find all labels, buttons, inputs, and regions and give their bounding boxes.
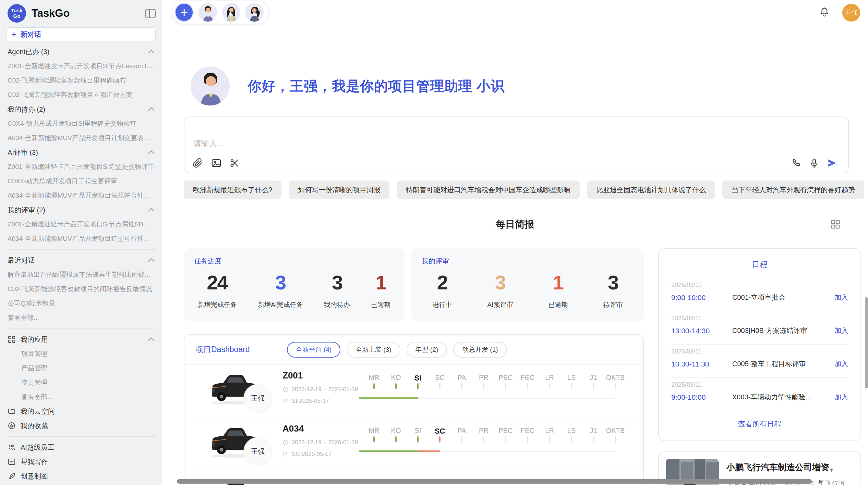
assistant-avatar-1[interactable] <box>198 3 217 22</box>
sidebar-collapse-icon[interactable] <box>145 9 156 18</box>
milestone-label: MR <box>363 427 385 436</box>
input-toolbar-right <box>791 158 837 168</box>
sidebar-task-item[interactable]: A034-全新新能源MUV产品开发项目计划变更表编写 <box>8 131 156 145</box>
sidebar-task-item[interactable]: A034-全新新能源MUV产品开发项目法规符合性评审 <box>8 188 156 203</box>
main-area: + 王强 你好，王强，我是你的项目管理助理 小识 请输入... <box>162 0 868 485</box>
send-icon[interactable] <box>827 158 837 168</box>
suggestion-chip[interactable]: 比亚迪全固态电池计划具体说了什么 <box>587 181 715 199</box>
stat: 3新增AI完成任务 <box>258 270 303 309</box>
sidebar-conversation[interactable]: 公司Q3轻卡销量 <box>8 296 156 311</box>
sidebar-app-item[interactable]: 产品管理 <box>8 361 156 375</box>
suggestion-chip[interactable]: 特朗普可能对进口汽车增税会对中国车企造成哪些影响 <box>397 181 580 199</box>
milestone-label: MR <box>363 374 385 383</box>
project-row-z001[interactable]: 王强 Z001 2023-12-19 ~ 2027-01-19 SI-2025-… <box>184 365 643 418</box>
scroll-down-arrow-icon[interactable]: ▼ <box>829 467 834 473</box>
stat-label: 待评审 <box>603 300 623 309</box>
image-icon[interactable] <box>211 158 221 168</box>
sidebar-item-my-apps[interactable]: 我的应用 <box>8 332 156 347</box>
sidebar-item-favorites[interactable]: 我的收藏 <box>8 419 156 433</box>
stat-value: 3 <box>487 270 513 295</box>
tab-powertrain[interactable]: 动总开发 (1) <box>453 342 507 358</box>
section-header-ai-review[interactable]: AI评审 (3) <box>8 145 156 160</box>
schedule-date: 2025/03/11 <box>671 315 848 322</box>
tab-all-new-body[interactable]: 全新上装 (3) <box>347 342 400 358</box>
join-link[interactable]: 加入 <box>834 293 848 302</box>
suggestion-chip[interactable]: 如何写一份清晰的项目周报 <box>289 181 389 199</box>
section-header-recent-chats[interactable]: 最近对话 <box>8 253 156 268</box>
milestone-label: LR <box>539 427 560 436</box>
sidebar-task-item[interactable]: C02-飞腾新能源轻客改款项目立项汇报方案 <box>8 88 156 102</box>
milestone-dot-done <box>395 383 397 390</box>
join-link[interactable]: 加入 <box>834 359 848 369</box>
greeting-text: 你好，王强，我是你的项目管理助理 小识 <box>248 77 505 96</box>
sidebar-task-item[interactable]: Z001-全新燃油皮卡产品开发项目SI节点Lesson Learn报告 <box>8 59 156 73</box>
join-link[interactable]: 加入 <box>834 393 848 402</box>
milestone-label: PR <box>473 374 495 383</box>
app-title: TaskGo <box>32 7 145 20</box>
milestone-label-current: SC <box>429 427 451 436</box>
sidebar-task-item[interactable]: C02-飞腾新能源轻客改款项目里程碑画布 <box>8 73 156 88</box>
sidebar-task-item[interactable]: C0X4-动力总成开发项目SI里程碑提交物检查 <box>8 116 156 131</box>
join-link[interactable]: 加入 <box>834 326 848 335</box>
sidebar-header: Task Go TaskGo <box>0 0 162 25</box>
scissors-icon[interactable] <box>230 158 240 168</box>
sidebar-conversation[interactable]: 解释最新出台的欧盟报废车法规再生塑料比例被调至15%... <box>8 268 156 282</box>
suggestion-chip[interactable]: 当下年轻人对汽车外观有怎样的喜好趋势 <box>722 181 864 199</box>
milestone-label: PEC <box>495 427 517 436</box>
notification-bell-icon[interactable] <box>819 7 830 18</box>
phone-icon[interactable] <box>791 158 801 168</box>
attachment-icon[interactable] <box>193 158 203 168</box>
logo-line2: Go <box>13 13 21 19</box>
assistant-avatar-2[interactable] <box>222 3 240 22</box>
sidebar-app-item[interactable]: 变更管理 <box>8 375 156 390</box>
sidebar-item-creative-draw[interactable]: 创意制图 <box>8 469 156 483</box>
view-all-schedules-link[interactable]: 查看所有日程 <box>671 419 848 429</box>
milestone-dot <box>461 436 462 443</box>
stat: 3待评审 <box>603 270 623 309</box>
section-header-my-review[interactable]: 我的评审 (2) <box>8 203 156 217</box>
sidebar-item-cloud-space[interactable]: 我的云空间 <box>8 404 156 419</box>
assistant-avatar-3[interactable] <box>245 3 264 22</box>
chevron-up-icon <box>148 258 154 264</box>
section-header-my-todo[interactable]: 我的待办 (2) <box>8 102 156 116</box>
sidebar-conversation[interactable]: C02-飞腾新能源轻客改款项目的闭环通告反馈情况 <box>8 282 156 296</box>
stat-label: 我的待办 <box>324 300 350 309</box>
sidebar-list: Agent已办 (3) Z001-全新燃油皮卡产品开发项目SI节点Lesson … <box>0 45 162 483</box>
milestone-label: KO <box>385 427 407 436</box>
section-title: 我的评审 (2) <box>8 206 45 215</box>
horizontal-scrollbar-thumb[interactable] <box>177 479 812 484</box>
sidebar-task-item[interactable]: Z001-全新燃油轻卡产品开发项目SI造型提交物评审 <box>8 160 156 174</box>
schedule-item: 2025/03/11 9:00-10:00 C001-立项审批会 加入 <box>671 278 848 311</box>
chat-input[interactable]: 请输入... <box>184 116 849 173</box>
schedule-card: 日程 2025/03/11 9:00-10:00 C001-立项审批会 加入 2… <box>658 248 861 441</box>
view-all-conversations[interactable]: 查看全部... <box>8 311 156 325</box>
milestone-dot-overdue <box>439 436 441 443</box>
creative-draw-label: 创意制图 <box>21 472 48 481</box>
milestone-label: FEC <box>517 374 539 383</box>
sidebar-item-ai-employee[interactable]: AI超级员工 <box>8 440 156 455</box>
task-progress-card: 任务进度 24新增完成任务 3新增AI完成任务 3我的待办 1已逾期 <box>184 248 405 321</box>
sidebar-task-item[interactable]: C0X4-动力总成开发项目工程变更评审 <box>8 174 156 188</box>
project-row-a034[interactable]: 王强 A034 2023-12-19 ~ 2026-01-19 SC-2025-… <box>184 418 643 471</box>
view-all-apps[interactable]: 查看全部... <box>8 390 156 404</box>
tab-year-model[interactable]: 年型 (2) <box>407 342 447 358</box>
vertical-scrollbar-thumb[interactable] <box>865 297 868 388</box>
user-avatar[interactable]: 王强 <box>842 4 860 22</box>
section-header-agent-done[interactable]: Agent已办 (3) <box>8 45 156 59</box>
microphone-icon[interactable] <box>809 158 819 168</box>
layout-grid-icon[interactable] <box>830 219 841 229</box>
tab-all-new-platform[interactable]: 全新平台 (4) <box>287 342 341 358</box>
add-assistant-button[interactable]: + <box>174 3 194 22</box>
suggestion-chip[interactable]: 欧洲新规最近颁布了什么? <box>184 181 281 199</box>
sidebar-item-help-write[interactable]: 帮我写作 <box>8 455 156 469</box>
scroll-right-arrow-icon[interactable]: ▶ <box>819 478 823 485</box>
milestone-dot <box>439 383 441 390</box>
milestone-dot <box>483 383 484 390</box>
sidebar-app-item[interactable]: 项目管理 <box>8 347 156 361</box>
schedule-item: 2025/03/11 13:00-14:30 C003|H0B-方案冻结评审 加… <box>671 311 848 345</box>
new-chat-button[interactable]: + 新对话 <box>6 27 156 41</box>
stat-label: 新增AI完成任务 <box>258 300 303 309</box>
milestone-timeline: MR KO SI SC PA PR PEC FEC LR LS J1 OKTB <box>363 425 626 462</box>
sidebar-task-item[interactable]: A034-全新新能源MUV产品开发项目造型可行性评审 <box>8 232 156 246</box>
sidebar-task-item[interactable]: Z001-全新燃油轻卡产品开发项目SI节点属性5D文件评审 <box>8 217 156 232</box>
